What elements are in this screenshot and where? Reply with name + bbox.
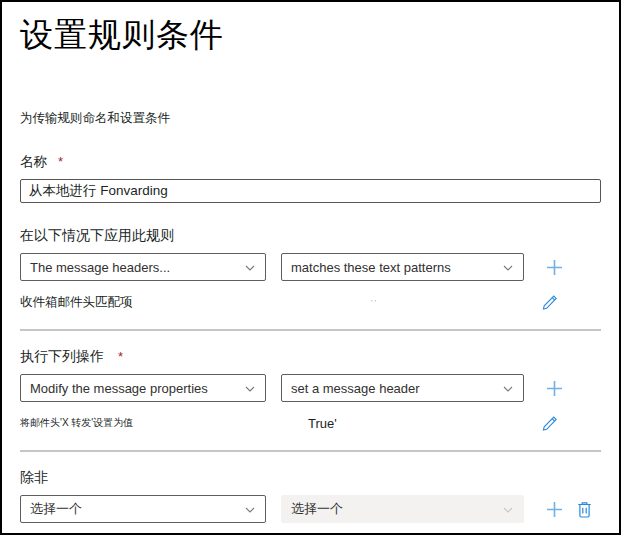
exception-operator-dropdown: 选择一个 [281, 495, 524, 523]
action-property-value: Modify the message properties [30, 381, 208, 396]
action-selects-row: Modify the message properties set a mess… [20, 374, 601, 402]
pencil-icon [542, 420, 558, 435]
condition-property-value: The message headers... [30, 260, 170, 275]
name-label: 名称 [20, 154, 47, 169]
plus-icon [546, 385, 563, 400]
plus-icon [546, 264, 563, 279]
condition-value-preview[interactable]: '' [371, 298, 378, 307]
chevron-down-icon [244, 383, 256, 398]
section-divider [20, 450, 601, 452]
exception-property-value: 选择一个 [30, 500, 82, 518]
action-summary-row: 将邮件头'X 转发'设置为值 True' [20, 412, 601, 434]
action-operator-dropdown[interactable]: set a message header [281, 374, 524, 402]
condition-property-dropdown[interactable]: The message headers... [20, 253, 266, 281]
action-section-label: 执行下列操作 [20, 348, 104, 364]
chevron-down-icon [244, 262, 256, 277]
plus-icon [546, 506, 563, 521]
chevron-down-icon [502, 504, 514, 519]
required-asterisk: * [58, 154, 63, 169]
exception-section-label: 除非 [20, 469, 601, 487]
condition-section-label: 在以下情况下应用此规则 [20, 227, 601, 245]
delete-exception-button[interactable] [577, 501, 592, 518]
rule-conditions-dialog: 设置规则条件 为传输规则命名和设置条件 名称* 在以下情况下应用此规则 The … [0, 0, 621, 535]
condition-operator-value: matches these text patterns [291, 260, 451, 275]
edit-condition-button[interactable] [542, 294, 558, 311]
action-section-label-row: 执行下列操作* [20, 348, 601, 366]
add-condition-button[interactable] [546, 259, 563, 276]
condition-operator-dropdown[interactable]: matches these text patterns [281, 253, 524, 281]
edit-action-button[interactable] [542, 415, 558, 432]
rule-name-input[interactable] [20, 179, 601, 203]
action-summary: 将邮件头'X 转发'设置为值 [20, 416, 133, 430]
page-title: 设置规则条件 [20, 15, 601, 55]
pencil-icon [542, 299, 558, 314]
page-subtitle: 为传输规则命名和设置条件 [20, 110, 601, 127]
add-action-button[interactable] [546, 380, 563, 397]
action-operator-value: set a message header [291, 381, 420, 396]
exception-operator-value: 选择一个 [291, 500, 343, 518]
trash-icon [577, 506, 592, 521]
chevron-down-icon [502, 262, 514, 277]
exception-property-dropdown[interactable]: 选择一个 [20, 495, 266, 523]
condition-summary: 收件箱邮件头匹配项 [20, 294, 133, 311]
add-exception-button[interactable] [546, 501, 563, 518]
section-divider [20, 329, 601, 331]
action-value-preview: True' [308, 416, 337, 431]
condition-selects-row: The message headers... matches these tex… [20, 253, 601, 281]
name-label-row: 名称* [20, 153, 601, 171]
condition-summary-row: 收件箱邮件头匹配项 '' [20, 291, 601, 313]
chevron-down-icon [502, 383, 514, 398]
required-asterisk: * [118, 349, 123, 364]
chevron-down-icon [244, 504, 256, 519]
exception-selects-row: 选择一个 选择一个 [20, 495, 601, 523]
action-property-dropdown[interactable]: Modify the message properties [20, 374, 266, 402]
